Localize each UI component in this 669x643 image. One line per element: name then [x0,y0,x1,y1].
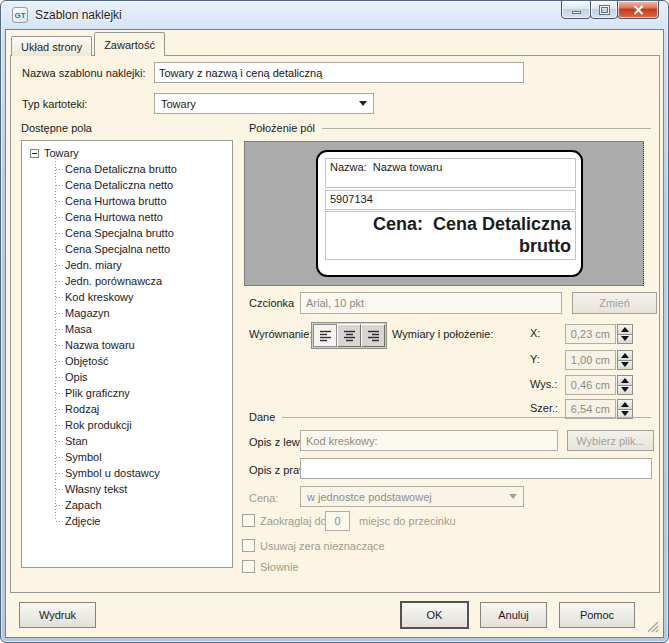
tree-item[interactable]: Jedn. miary [55,257,232,273]
tree-item[interactable]: Rodzaj [55,401,232,417]
price-label: Cena: [249,492,278,504]
font-label: Czcionka [249,297,294,309]
spin-down-button[interactable] [617,385,633,396]
available-fields-title: Dostępne pola [21,122,92,134]
align-center-button[interactable] [337,324,361,347]
tree-item[interactable]: Cena Detaliczna brutto [55,161,232,177]
tree-item[interactable]: Cena Hurtowa brutto [55,193,232,209]
card-type-select[interactable]: Towary [154,93,374,114]
align-left-icon [319,329,332,342]
label-preview-area[interactable]: Nazwa: Nazwa towaru 5907134 Cena: Cena D… [244,141,644,286]
in-words-label: Słownie [260,561,299,573]
maximize-button[interactable] [590,0,618,19]
chevron-down-icon [509,494,517,499]
data-section-header: Dane [249,411,651,423]
height-spinner [617,375,633,395]
card-type-label: Typ kartoteki: [22,98,87,110]
tree-root-label: Towary [44,147,79,159]
data-section-title: Dane [249,411,275,423]
x-label: X: [530,327,540,339]
resize-grip[interactable] [646,620,659,633]
tree-item[interactable]: Cena Specjalna brutto [55,225,232,241]
template-name-input[interactable] [154,62,524,83]
x-field[interactable]: 0,23 cm [565,324,616,344]
dimensions-label: Wymiary i położenie: [392,328,493,340]
template-name-label: Nazwa szablonu naklejki: [22,67,146,79]
section-divider [282,417,651,418]
tree-item[interactable]: Jedn. porównawcza [55,273,232,289]
tree-item[interactable]: Symbol [55,449,232,465]
round-checkbox[interactable] [242,514,255,527]
height-label: Wys.: [530,378,557,390]
right-desc-input[interactable] [300,458,652,479]
tree-item[interactable]: Symbol u dostawcy [55,465,232,481]
preview-barcode-field[interactable]: 5907134 [325,190,576,210]
round-label: Zaokrąglaj do [260,515,327,527]
in-words-checkbox[interactable] [242,560,255,573]
tree-item[interactable]: Opis [55,369,232,385]
chevron-down-icon [359,101,367,106]
tree-item[interactable]: Masa [55,321,232,337]
height-field[interactable]: 0,46 cm [565,375,616,395]
price-unit-select[interactable]: w jednostce podstawowej [300,486,524,507]
y-field[interactable]: 1,00 cm [565,350,616,370]
minimize-button[interactable] [561,0,591,19]
align-left-button[interactable] [313,324,337,347]
align-right-icon [367,329,380,342]
cancel-button[interactable]: Anuluj [480,602,547,628]
help-button[interactable]: Pomoc [559,602,635,628]
spinner-up-icon [621,353,629,358]
left-desc-field[interactable]: Kod kreskowy: [300,430,558,451]
dialog-window: GT Szablon naklejki Układ strony Zawarto… [0,0,669,643]
align-right-button[interactable] [361,324,385,347]
spinner-up-icon [621,327,629,332]
spin-down-button[interactable] [617,334,633,345]
tree-item[interactable]: Zapach [55,497,232,513]
window-title: Szablon naklejki [35,8,122,22]
window-controls [562,0,659,19]
ok-button[interactable]: OK [401,602,468,628]
app-icon: GT [12,7,28,23]
alignment-label: Wyrównanie: [249,328,312,340]
spin-down-button[interactable] [617,360,633,371]
tree-item[interactable]: Cena Specjalna netto [55,241,232,257]
y-spinner [617,350,633,370]
y-label: Y: [530,353,540,365]
tab-uklad-strony[interactable]: Układ strony [11,36,92,56]
round-digits-field[interactable]: 0 [325,511,350,531]
tree-item[interactable]: Nazwa towaru [55,337,232,353]
tree-item[interactable]: Własny tekst [55,481,232,497]
dialog-client: Układ strony Zawartość Nazwa szablonu na… [5,29,664,638]
price-unit-value: w jednostce podstawowej [307,491,432,503]
tree-item[interactable]: Stan [55,433,232,449]
choose-file-button[interactable]: Wybierz plik... [567,430,654,451]
tree-item[interactable]: Zdjęcie [55,513,232,529]
tree-item[interactable]: Cena Hurtowa netto [55,209,232,225]
tree-item[interactable]: Plik graficzny [55,385,232,401]
tab-zawartosc[interactable]: Zawartość [94,32,165,56]
x-spinner [617,324,633,344]
tree-item[interactable]: Kod kreskowy [55,289,232,305]
section-divider [322,128,651,129]
tree-item[interactable]: Magazyn [55,305,232,321]
available-fields-list[interactable]: Towary Cena Detaliczna bruttoCena Detali… [21,140,233,568]
change-font-button[interactable]: Zmień [572,292,657,314]
alignment-group [311,322,387,349]
tree-item[interactable]: Cena Detaliczna netto [55,177,232,193]
preview-name-field[interactable]: Nazwa: Nazwa towaru [325,158,576,188]
strip-zeros-checkbox[interactable] [242,539,255,552]
tree-item[interactable]: Rok produkcji [55,417,232,433]
print-button[interactable]: Wydruk [19,602,96,628]
align-center-icon [343,329,356,342]
card-type-value: Towary [161,98,196,110]
label-card[interactable]: Nazwa: Nazwa towaru 5907134 Cena: Cena D… [316,150,583,277]
position-section-header: Położenie pól [249,122,651,134]
close-button[interactable] [617,0,659,19]
tree-item[interactable]: Objętość [55,353,232,369]
tab-bar: Układ strony Zawartość [11,32,167,56]
maximize-icon [600,6,609,14]
tree-root-item[interactable]: Towary [22,145,232,161]
position-section-title: Położenie pól [249,122,315,134]
preview-price-field[interactable]: Cena: Cena Detaliczna brutto [325,211,576,260]
collapse-icon[interactable] [30,149,39,158]
